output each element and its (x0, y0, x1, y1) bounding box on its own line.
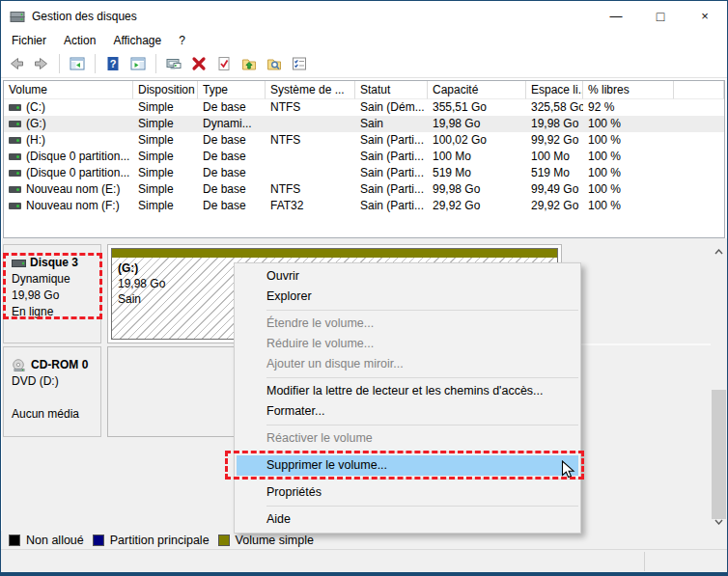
media-status: Aucun média (12, 406, 100, 423)
minimize-button[interactable]: — (594, 1, 638, 31)
status-bar (1, 549, 727, 572)
cdrom-panel[interactable]: CD-ROM 0 DVD (D:) Aucun média (3, 346, 101, 437)
cell-statut: Sain (Parti... (355, 132, 428, 149)
svg-text:?: ? (110, 58, 117, 69)
cell-disposition: Simple (133, 149, 198, 165)
column-header-libres[interactable]: % libres (583, 81, 674, 99)
cell-libres: 100 % (583, 181, 674, 198)
cell-disposition: Simple (133, 198, 198, 214)
cell-capacite: 100,02 Go (428, 132, 526, 149)
scroll-up-icon[interactable] (711, 244, 727, 260)
cell-type: De base (198, 165, 266, 181)
cell-systeme: NTFS (266, 99, 355, 116)
column-header-volume[interactable]: Volume (4, 81, 133, 99)
cell-type: De base (198, 132, 266, 149)
column-header-type[interactable]: Type (198, 81, 266, 99)
disk-status: En ligne (12, 304, 100, 320)
volume-list-header: Volume Disposition Type Système de ... S… (4, 81, 724, 99)
menu-item-explorer[interactable]: Explorer (235, 287, 580, 307)
toolbar-separator (59, 54, 60, 73)
forward-icon[interactable] (31, 53, 52, 74)
disk-icon (12, 260, 26, 267)
back-icon[interactable] (6, 53, 27, 74)
disk-name: Disque 3 (30, 255, 78, 271)
toolbar: ? (1, 50, 727, 78)
menu-separator (266, 425, 578, 425)
menu-item-proprietes[interactable]: Propriétés (235, 482, 580, 503)
disk-management-window: Gestion des disques — □ × Fichier Action… (0, 0, 728, 576)
table-row[interactable]: Nouveau nom (E:) Simple De base NTFS Sai… (4, 181, 724, 198)
table-row[interactable]: (C:) Simple De base NTFS Sain (Dém... 35… (4, 99, 724, 116)
column-header-statut[interactable]: Statut (355, 81, 428, 99)
cell-libres: 92 % (583, 99, 674, 116)
disk3-panel[interactable]: Disque 3 Dynamique 19,98 Go En ligne (3, 244, 101, 343)
close-button[interactable]: × (683, 1, 727, 31)
cell-disposition: Simple (133, 99, 198, 116)
cell-systeme (266, 116, 355, 132)
cell-capacite: 29,92 Go (428, 198, 526, 214)
table-row[interactable]: (Disque 0 partition... Simple De base Sa… (4, 149, 724, 165)
app-icon (10, 9, 25, 24)
cell-volume: Nouveau nom (E:) (26, 181, 120, 198)
table-row-selected[interactable]: (G:) Simple Dynami... Sain 19,98 Go 19,9… (4, 116, 724, 132)
cell-capacite: 99,98 Go (428, 181, 526, 198)
mouse-cursor (561, 460, 576, 480)
table-row[interactable]: (H:) Simple De base NTFS Sain (Parti... … (4, 132, 724, 149)
window-title: Gestion des disques (32, 10, 137, 23)
column-header-espace[interactable]: Espace li... (526, 81, 583, 99)
cell-volume: Nouveau nom (F:) (26, 198, 120, 214)
volume-name: (G:) (118, 261, 165, 276)
scrollbar-thumb[interactable] (712, 390, 726, 519)
table-row[interactable]: Nouveau nom (F:) Simple De base FAT32 Sa… (4, 198, 724, 214)
menu-item-formater[interactable]: Formater... (235, 401, 580, 422)
show-console-tree-icon[interactable] (67, 53, 88, 74)
menu-item-reduire: Réduire le volume... (235, 334, 580, 354)
menu-action[interactable]: Action (55, 32, 104, 49)
volume-simple-band (112, 249, 557, 258)
cell-statut: Sain (Dém... (355, 99, 428, 116)
menu-affichage[interactable]: Affichage (104, 32, 170, 49)
menu-separator (266, 310, 578, 311)
menu-fichier[interactable]: Fichier (3, 32, 55, 49)
delete-icon[interactable] (188, 53, 210, 74)
table-row[interactable]: (Disque 0 partition... Simple De base Sa… (4, 165, 724, 181)
menu-help[interactable]: ? (170, 32, 194, 49)
menu-separator (266, 506, 578, 507)
column-header-disposition[interactable]: Disposition (133, 81, 198, 99)
menu-item-ouvrir[interactable]: Ouvrir (235, 266, 580, 287)
maximize-button[interactable]: □ (638, 1, 683, 31)
cell-libres: 100 % (583, 149, 674, 165)
column-header-capacite[interactable]: Capacité (428, 81, 526, 99)
cell-espace: 99,92 Go (526, 132, 583, 149)
menu-item-supprimer-volume[interactable]: Supprimer le volume... (237, 455, 578, 476)
cell-espace: 519 Mo (526, 165, 583, 181)
menu-item-etendre: Étendre le volume... (235, 314, 580, 334)
check-disk-icon[interactable] (213, 53, 235, 74)
cell-type: De base (198, 99, 266, 116)
cell-statut: Sain (355, 116, 428, 132)
volume-list: Volume Disposition Type Système de ... S… (3, 80, 725, 238)
toolbar-separator (95, 54, 96, 73)
vertical-scrollbar[interactable] (711, 244, 727, 530)
properties-list-icon[interactable] (289, 53, 310, 74)
cell-volume: (H:) (26, 132, 45, 149)
menu-separator (266, 377, 578, 378)
legend-swatch-partition-principale (93, 535, 104, 546)
cell-type: De base (198, 198, 266, 214)
volume-icon (9, 170, 21, 177)
scroll-down-icon[interactable] (711, 514, 727, 530)
remote-computer-icon[interactable] (163, 53, 184, 74)
cell-disposition: Simple (133, 132, 198, 149)
volume-icon (9, 137, 21, 144)
column-header-systeme[interactable]: Système de ... (266, 81, 355, 99)
folder-up-icon[interactable] (238, 53, 260, 74)
help-icon[interactable]: ? (102, 53, 124, 74)
disk-name: CD-ROM 0 (31, 357, 88, 373)
menu-item-aide[interactable]: Aide (235, 509, 580, 530)
show-action-pane-icon[interactable] (127, 53, 149, 74)
folder-search-icon[interactable] (264, 53, 285, 74)
cell-systeme: NTFS (266, 132, 355, 149)
menu-item-ajouter-miroir: Ajouter un disque miroir... (235, 354, 580, 374)
menu-item-modifier-lettre[interactable]: Modifier la lettre de lecteur et les che… (235, 381, 580, 401)
cell-capacite: 100 Mo (428, 149, 526, 165)
